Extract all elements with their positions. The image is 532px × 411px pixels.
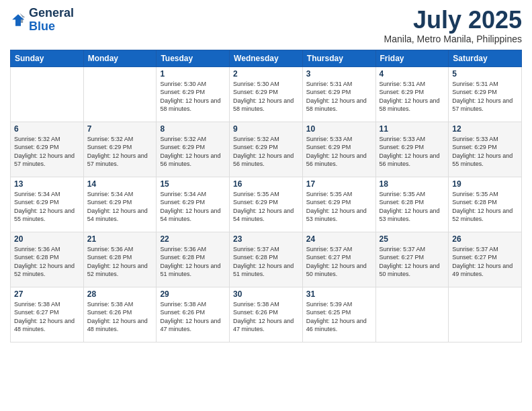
calendar-week-row: 6 Sunrise: 5:32 AMSunset: 6:29 PMDayligh… (11, 122, 522, 177)
calendar-cell (83, 66, 157, 122)
day-number: 27 (14, 289, 80, 299)
day-info: Sunrise: 5:33 AMSunset: 6:29 PMDaylight:… (306, 136, 367, 168)
calendar-cell: 23 Sunrise: 5:37 AMSunset: 6:28 PMDaylig… (230, 232, 303, 287)
day-info: Sunrise: 5:34 AMSunset: 6:29 PMDaylight:… (14, 191, 75, 223)
day-number: 11 (380, 124, 445, 134)
day-info: Sunrise: 5:30 AMSunset: 6:29 PMDaylight:… (160, 81, 220, 113)
col-tuesday: Tuesday (157, 50, 230, 66)
day-info: Sunrise: 5:35 AMSunset: 6:29 PMDaylight:… (306, 191, 367, 223)
calendar-cell: 3 Sunrise: 5:31 AMSunset: 6:29 PMDayligh… (302, 66, 375, 122)
subtitle: Manila, Metro Manila, Philippines (384, 34, 522, 44)
day-info: Sunrise: 5:37 AMSunset: 6:27 PMDaylight:… (380, 246, 440, 278)
day-info: Sunrise: 5:38 AMSunset: 6:26 PMDaylight:… (233, 301, 294, 333)
calendar-cell: 7 Sunrise: 5:32 AMSunset: 6:29 PMDayligh… (83, 122, 157, 177)
day-number: 4 (380, 69, 445, 79)
day-number: 7 (87, 124, 153, 134)
day-number: 18 (380, 179, 445, 189)
day-info: Sunrise: 5:36 AMSunset: 6:28 PMDaylight:… (14, 246, 75, 278)
calendar-cell: 8 Sunrise: 5:32 AMSunset: 6:29 PMDayligh… (157, 122, 230, 177)
day-number: 19 (452, 179, 518, 189)
day-info: Sunrise: 5:32 AMSunset: 6:29 PMDaylight:… (233, 136, 294, 168)
calendar-table: Sunday Monday Tuesday Wednesday Thursday… (10, 50, 522, 342)
day-number: 28 (87, 289, 153, 299)
day-info: Sunrise: 5:37 AMSunset: 6:28 PMDaylight:… (233, 246, 294, 278)
day-info: Sunrise: 5:32 AMSunset: 6:29 PMDaylight:… (160, 136, 220, 168)
day-info: Sunrise: 5:38 AMSunset: 6:26 PMDaylight:… (87, 301, 148, 333)
calendar-cell: 2 Sunrise: 5:30 AMSunset: 6:29 PMDayligh… (230, 66, 303, 122)
calendar-cell: 24 Sunrise: 5:37 AMSunset: 6:27 PMDaylig… (302, 232, 375, 287)
col-wednesday: Wednesday (230, 50, 303, 66)
calendar-cell (375, 287, 449, 342)
col-friday: Friday (375, 50, 449, 66)
day-number: 14 (87, 179, 153, 189)
day-number: 29 (160, 289, 226, 299)
day-number: 6 (14, 124, 80, 134)
calendar-cell: 11 Sunrise: 5:33 AMSunset: 6:29 PMDaylig… (375, 122, 449, 177)
calendar-header-row: Sunday Monday Tuesday Wednesday Thursday… (11, 50, 522, 66)
calendar-cell: 26 Sunrise: 5:37 AMSunset: 6:27 PMDaylig… (449, 232, 522, 287)
calendar-week-row: 20 Sunrise: 5:36 AMSunset: 6:28 PMDaylig… (11, 232, 522, 287)
calendar-cell: 30 Sunrise: 5:38 AMSunset: 6:26 PMDaylig… (230, 287, 303, 342)
day-number: 10 (306, 124, 372, 134)
logo-icon (10, 12, 26, 28)
day-number: 15 (160, 179, 226, 189)
col-thursday: Thursday (302, 50, 375, 66)
day-info: Sunrise: 5:39 AMSunset: 6:25 PMDaylight:… (306, 301, 367, 333)
day-info: Sunrise: 5:38 AMSunset: 6:26 PMDaylight:… (160, 301, 220, 333)
logo-text: General Blue (29, 7, 74, 34)
day-number: 17 (306, 179, 372, 189)
day-number: 25 (380, 234, 445, 244)
calendar-cell: 27 Sunrise: 5:38 AMSunset: 6:27 PMDaylig… (11, 287, 84, 342)
calendar-cell: 22 Sunrise: 5:36 AMSunset: 6:28 PMDaylig… (157, 232, 230, 287)
calendar-cell: 17 Sunrise: 5:35 AMSunset: 6:29 PMDaylig… (302, 177, 375, 232)
day-number: 23 (233, 234, 299, 244)
day-info: Sunrise: 5:34 AMSunset: 6:29 PMDaylight:… (87, 191, 148, 223)
calendar-cell: 18 Sunrise: 5:35 AMSunset: 6:28 PMDaylig… (375, 177, 449, 232)
day-info: Sunrise: 5:36 AMSunset: 6:28 PMDaylight:… (87, 246, 148, 278)
day-info: Sunrise: 5:30 AMSunset: 6:29 PMDaylight:… (233, 81, 294, 113)
calendar-cell: 25 Sunrise: 5:37 AMSunset: 6:27 PMDaylig… (375, 232, 449, 287)
main-title: July 2025 (384, 7, 522, 34)
day-number: 20 (14, 234, 80, 244)
calendar-cell: 4 Sunrise: 5:31 AMSunset: 6:29 PMDayligh… (375, 66, 449, 122)
calendar-cell: 5 Sunrise: 5:31 AMSunset: 6:29 PMDayligh… (449, 66, 522, 122)
day-number: 13 (14, 179, 80, 189)
day-number: 31 (306, 289, 372, 299)
page: General Blue July 2025 Manila, Metro Man… (0, 0, 532, 411)
calendar-cell: 16 Sunrise: 5:35 AMSunset: 6:29 PMDaylig… (230, 177, 303, 232)
day-number: 16 (233, 179, 299, 189)
day-info: Sunrise: 5:31 AMSunset: 6:29 PMDaylight:… (306, 81, 367, 113)
calendar-cell: 15 Sunrise: 5:34 AMSunset: 6:29 PMDaylig… (157, 177, 230, 232)
day-number: 12 (452, 124, 518, 134)
calendar-week-row: 1 Sunrise: 5:30 AMSunset: 6:29 PMDayligh… (11, 66, 522, 122)
day-number: 30 (233, 289, 299, 299)
day-number: 2 (233, 69, 299, 79)
col-monday: Monday (83, 50, 157, 66)
calendar-cell: 1 Sunrise: 5:30 AMSunset: 6:29 PMDayligh… (157, 66, 230, 122)
day-number: 9 (233, 124, 299, 134)
day-info: Sunrise: 5:37 AMSunset: 6:27 PMDaylight:… (306, 246, 367, 278)
day-number: 21 (87, 234, 153, 244)
day-number: 26 (452, 234, 518, 244)
day-info: Sunrise: 5:31 AMSunset: 6:29 PMDaylight:… (452, 81, 513, 113)
calendar-cell: 12 Sunrise: 5:33 AMSunset: 6:29 PMDaylig… (449, 122, 522, 177)
calendar-cell: 14 Sunrise: 5:34 AMSunset: 6:29 PMDaylig… (83, 177, 157, 232)
day-number: 3 (306, 69, 372, 79)
calendar-cell (11, 66, 84, 122)
logo: General Blue (10, 7, 74, 34)
header: General Blue July 2025 Manila, Metro Man… (10, 7, 522, 44)
day-info: Sunrise: 5:32 AMSunset: 6:29 PMDaylight:… (87, 136, 148, 168)
calendar-cell: 10 Sunrise: 5:33 AMSunset: 6:29 PMDaylig… (302, 122, 375, 177)
calendar-cell (449, 287, 522, 342)
calendar-cell: 29 Sunrise: 5:38 AMSunset: 6:26 PMDaylig… (157, 287, 230, 342)
calendar-cell: 20 Sunrise: 5:36 AMSunset: 6:28 PMDaylig… (11, 232, 84, 287)
day-info: Sunrise: 5:31 AMSunset: 6:29 PMDaylight:… (380, 81, 440, 113)
calendar-week-row: 27 Sunrise: 5:38 AMSunset: 6:27 PMDaylig… (11, 287, 522, 342)
day-info: Sunrise: 5:35 AMSunset: 6:28 PMDaylight:… (380, 191, 440, 223)
day-info: Sunrise: 5:32 AMSunset: 6:29 PMDaylight:… (14, 136, 75, 168)
day-info: Sunrise: 5:38 AMSunset: 6:27 PMDaylight:… (14, 301, 75, 333)
day-info: Sunrise: 5:33 AMSunset: 6:29 PMDaylight:… (452, 136, 513, 168)
calendar-cell: 21 Sunrise: 5:36 AMSunset: 6:28 PMDaylig… (83, 232, 157, 287)
day-info: Sunrise: 5:36 AMSunset: 6:28 PMDaylight:… (160, 246, 220, 278)
day-number: 1 (160, 69, 226, 79)
